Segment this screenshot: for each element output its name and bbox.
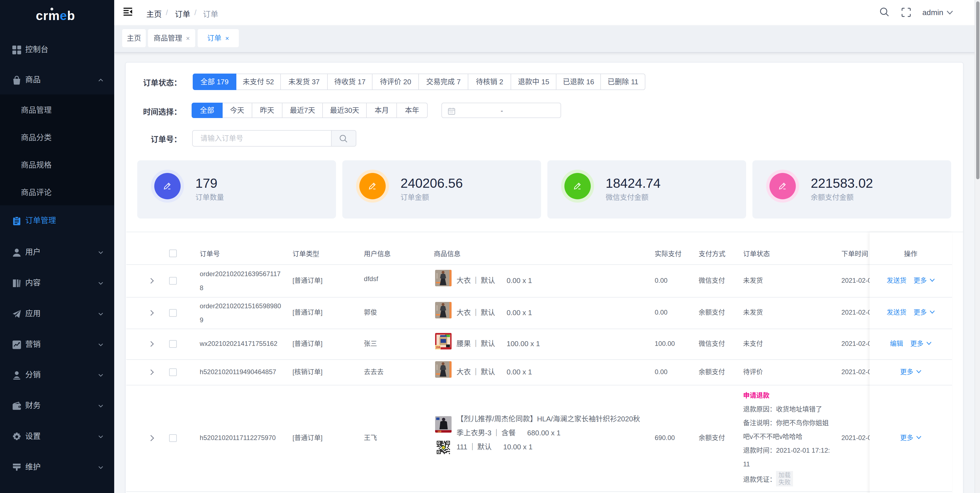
svg-text:119: 119: [438, 430, 441, 433]
svg-text:159: 159: [436, 346, 440, 349]
